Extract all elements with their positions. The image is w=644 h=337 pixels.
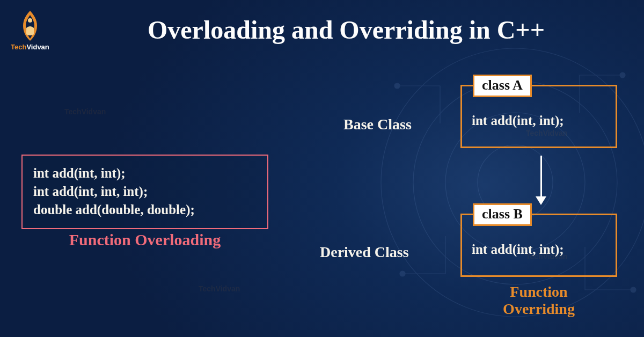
class-a-signature: int add(int, int); [472, 113, 610, 128]
svg-point-7 [631, 287, 636, 292]
brand-logo: TechVidvan [11, 10, 49, 51]
page-title: Overloading and Overriding in C++ [80, 15, 612, 45]
overloading-code-box: int add(int, int); int add(int, int, int… [21, 155, 268, 229]
inheritance-arrow-icon [535, 156, 547, 205]
overriding-caption: FunctionOverriding [460, 283, 617, 318]
logo-text: TechVidvan [11, 43, 49, 51]
watermark: TechVidvan [64, 107, 106, 116]
svg-point-5 [620, 72, 625, 78]
class-a-tag: class A [473, 75, 532, 97]
class-b-box: class B int add(int, int); [460, 214, 617, 277]
overloading-line-2: int add(int, int, int); [33, 182, 257, 201]
svg-point-6 [400, 271, 405, 276]
svg-point-8 [28, 18, 32, 23]
base-class-label: Base Class [343, 116, 412, 133]
logo-text-part2: Vidvan [26, 43, 49, 51]
watermark: TechVidvan [199, 284, 240, 293]
class-b-signature: int add(int, int); [472, 242, 610, 257]
overloading-line-1: int add(int, int); [33, 164, 257, 182]
overloading-line-3: double add(double, double); [33, 201, 257, 219]
overloading-caption: Function Overloading [21, 231, 268, 249]
derived-class-label: Derived Class [320, 244, 409, 261]
svg-point-4 [394, 83, 400, 89]
class-b-tag: class B [473, 203, 532, 226]
class-a-box: class A int add(int, int); [460, 85, 617, 148]
logo-icon [16, 10, 45, 42]
logo-text-part1: Tech [11, 43, 26, 51]
